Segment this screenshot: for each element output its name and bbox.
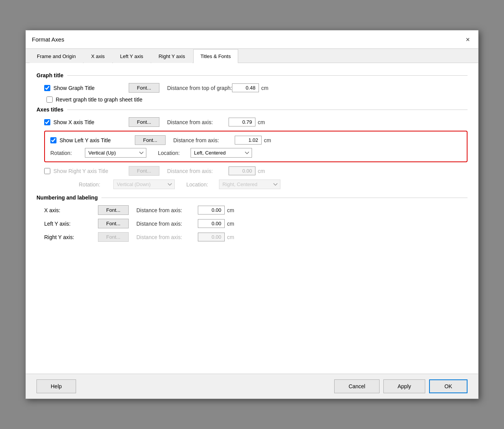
cancel-button[interactable]: Cancel — [334, 379, 380, 393]
graph-title-heading: Graph title — [36, 72, 468, 78]
numbering-righty-row: Right Y axis: Font... Distance from axis… — [36, 232, 468, 242]
numbering-righty-dist-label: Distance from axis: — [136, 234, 198, 240]
show-righty-title-text: Show Right Y axis Title — [53, 168, 108, 174]
numbering-lefty-label: Left Y axis: — [44, 221, 98, 227]
righty-title-unit: cm — [258, 168, 265, 174]
left-y-axis-title-box: Show Left Y axis Title Font... Distance … — [44, 131, 468, 162]
graph-title-unit: cm — [261, 85, 269, 91]
righty-rotation-select[interactable]: Vertical (Down) Vertical (Up) Horizontal — [113, 180, 175, 189]
show-xaxis-title-row: Show X axis Title Font... Distance from … — [36, 117, 468, 127]
show-lefty-title-text: Show Left Y axis Title — [60, 137, 111, 143]
tab-left-y-axis[interactable]: Left Y axis — [113, 49, 151, 63]
graph-title-dist-input[interactable] — [232, 83, 259, 92]
lefty-location-label: Location: — [158, 150, 187, 156]
title-bar: Format Axes × — [26, 30, 478, 49]
xaxis-title-unit: cm — [258, 119, 265, 125]
show-xaxis-title-text: Show X axis Title — [53, 119, 94, 125]
tab-titles-and-fonts[interactable]: Titles & Fonts — [193, 49, 238, 63]
lefty-title-unit: cm — [264, 137, 271, 143]
show-graph-title-row: Show Graph Title Font... Distance from t… — [36, 83, 468, 93]
show-righty-title-checkbox[interactable] — [44, 168, 50, 174]
show-lefty-title-label[interactable]: Show Left Y axis Title — [50, 137, 135, 143]
righty-title-dist-input[interactable] — [229, 166, 255, 175]
righty-location-select[interactable]: Right, Centered Right, Top Right, Bottom — [219, 180, 280, 189]
righty-rotation-row: Rotation: Vertical (Down) Vertical (Up) … — [36, 180, 468, 189]
numbering-righty-font-button[interactable]: Font... — [98, 232, 129, 242]
lefty-title-dist-label: Distance from axis: — [173, 137, 235, 143]
revert-graph-title-label[interactable]: Revert graph title to graph sheet title — [46, 96, 143, 103]
numbering-righty-dist-input[interactable] — [198, 233, 225, 241]
righty-rotation-label: Rotation: — [79, 181, 109, 188]
righty-title-font-button[interactable]: Font... — [129, 166, 159, 176]
format-axes-dialog: Format Axes × Frame and Origin X axis Le… — [25, 30, 479, 399]
numbering-righty-unit: cm — [227, 234, 234, 240]
graph-title-font-button[interactable]: Font... — [129, 83, 159, 93]
ok-button[interactable]: OK — [429, 379, 468, 393]
lefty-rotation-select[interactable]: Vertical (Up) Vertical (Down) Horizontal — [85, 148, 146, 158]
xaxis-title-dist-input[interactable] — [229, 118, 255, 126]
tab-content: Graph title Show Graph Title Font... Dis… — [26, 63, 478, 374]
revert-graph-title-text: Revert graph title to graph sheet title — [56, 96, 143, 103]
show-graph-title-label[interactable]: Show Graph Title — [44, 85, 129, 91]
numbering-righty-label: Right Y axis: — [44, 234, 98, 240]
axes-titles-heading: Axes titles — [36, 106, 468, 113]
tab-x-axis[interactable]: X axis — [84, 49, 112, 63]
xaxis-title-font-button[interactable]: Font... — [129, 117, 159, 127]
lefty-rotation-label: Rotation: — [50, 150, 81, 156]
numbering-heading: Numbering and labeling — [36, 195, 468, 201]
xaxis-title-dist-label: Distance from axis: — [167, 119, 229, 125]
numbering-xaxis-dist-input[interactable] — [198, 206, 225, 214]
close-button[interactable]: × — [463, 35, 472, 44]
numbering-lefty-unit: cm — [227, 221, 234, 227]
apply-button[interactable]: Apply — [383, 379, 425, 393]
numbering-xaxis-dist-label: Distance from axis: — [136, 207, 198, 213]
lefty-location-select[interactable]: Left, Centered Left, Top Left, Bottom — [191, 148, 252, 158]
numbering-xaxis-label: X axis: — [44, 207, 98, 213]
numbering-xaxis-font-button[interactable]: Font... — [98, 205, 129, 215]
lefty-rotation-row: Rotation: Vertical (Up) Vertical (Down) … — [50, 148, 461, 158]
dialog-footer: Help Cancel Apply OK — [26, 374, 478, 399]
tab-right-y-axis[interactable]: Right Y axis — [151, 49, 192, 63]
righty-title-dist-label: Distance from axis: — [167, 168, 229, 174]
show-righty-title-row: Show Right Y axis Title Font... Distance… — [36, 166, 468, 176]
show-xaxis-title-label[interactable]: Show X axis Title — [44, 119, 129, 125]
righty-location-label: Location: — [186, 181, 215, 188]
tab-bar: Frame and Origin X axis Left Y axis Righ… — [26, 49, 478, 63]
revert-graph-title-checkbox[interactable] — [46, 96, 53, 103]
numbering-lefty-font-button[interactable]: Font... — [98, 219, 129, 228]
graph-title-dist-label: Distance from top of graph: — [167, 85, 232, 91]
left-y-axis-title-row: Show Left Y axis Title Font... Distance … — [50, 135, 461, 145]
dialog-title: Format Axes — [32, 36, 64, 43]
show-xaxis-title-checkbox[interactable] — [44, 119, 50, 125]
revert-graph-title-row: Revert graph title to graph sheet title — [36, 96, 468, 103]
numbering-lefty-dist-input[interactable] — [198, 219, 225, 228]
numbering-lefty-dist-label: Distance from axis: — [136, 221, 198, 227]
numbering-lefty-row: Left Y axis: Font... Distance from axis:… — [36, 219, 468, 228]
help-button[interactable]: Help — [36, 379, 76, 393]
show-graph-title-text: Show Graph Title — [53, 85, 94, 91]
tab-frame-and-origin[interactable]: Frame and Origin — [30, 49, 83, 63]
numbering-xaxis-row: X axis: Font... Distance from axis: cm — [36, 205, 468, 215]
lefty-title-dist-input[interactable] — [235, 136, 262, 145]
show-righty-title-label[interactable]: Show Right Y axis Title — [44, 168, 129, 174]
show-lefty-title-checkbox[interactable] — [50, 137, 56, 143]
numbering-xaxis-unit: cm — [227, 207, 234, 213]
lefty-title-font-button[interactable]: Font... — [135, 135, 166, 145]
show-graph-title-checkbox[interactable] — [44, 85, 50, 91]
